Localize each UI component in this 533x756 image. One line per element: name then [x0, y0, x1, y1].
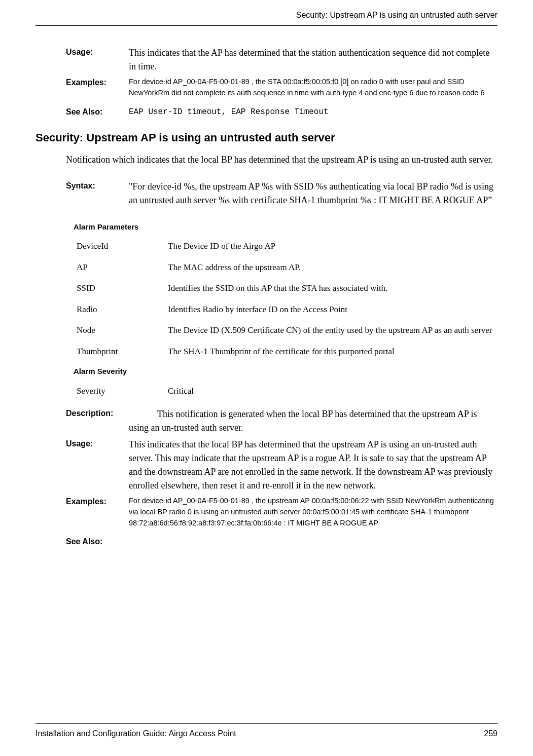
section-heading: Security: Upstream AP is using an untrus…: [35, 129, 498, 146]
param-name: AP: [77, 261, 168, 274]
syntax-block: Syntax: "For device-id %s, the upstream …: [66, 180, 498, 207]
description-label: Description:: [66, 407, 129, 435]
bottom-definition-block: Description: This notification is genera…: [66, 407, 498, 548]
alarm-severity-heading: Alarm Severity: [74, 366, 498, 377]
param-name: Node: [77, 324, 168, 337]
examples-label-top: Examples:: [66, 77, 129, 99]
param-name: SSID: [77, 282, 168, 295]
syntax-row: Syntax: "For device-id %s, the upstream …: [66, 180, 498, 207]
alarm-parameters-block: Alarm Parameters DeviceIdThe Device ID o…: [74, 221, 498, 398]
top-definition-block: Usage: This indicates that the AP has de…: [66, 46, 498, 118]
param-desc: Identifies the SSID on this AP that the …: [168, 282, 498, 295]
param-desc: The SHA-1 Thumbprint of the certificate …: [168, 345, 498, 358]
seealso-label-top: See Also:: [66, 106, 129, 118]
seealso-row-top: See Also: EAP User-ID timeout, EAP Respo…: [66, 106, 498, 118]
param-row: SSIDIdentifies the SSID on this AP that …: [77, 282, 498, 295]
param-desc: The Device ID (X.509 Certificate CN) of …: [168, 324, 498, 337]
severity-name: Severity: [77, 385, 168, 398]
severity-row: Severity Critical: [77, 385, 498, 398]
examples-text: For device-id AP_00-0A-F5-00-01-89 , the…: [129, 496, 498, 528]
usage-label-top: Usage:: [66, 46, 129, 73]
usage-text: This indicates that the local BP has det…: [129, 438, 498, 493]
page-header: Security: Upstream AP is using an untrus…: [35, 0, 498, 26]
examples-row-top: Examples: For device-id AP_00-0A-F5-00-0…: [66, 77, 498, 99]
usage-label: Usage:: [66, 438, 129, 493]
param-desc: The MAC address of the upstream AP.: [168, 261, 498, 274]
examples-label: Examples:: [66, 496, 129, 528]
seealso-text: [129, 536, 498, 548]
param-row: APThe MAC address of the upstream AP.: [77, 261, 498, 274]
page-content: Usage: This indicates that the AP has de…: [35, 26, 498, 548]
footer-page-number: 259: [484, 728, 498, 740]
param-desc: The Device ID of the Airgo AP: [168, 240, 498, 253]
examples-text-top: For device-id AP_00-0A-F5-00-01-89 , the…: [129, 77, 498, 99]
syntax-label: Syntax:: [66, 180, 129, 207]
param-desc: Identifies Radio by interface ID on the …: [168, 303, 498, 316]
seealso-text-top: EAP User-ID timeout, EAP Response Timeou…: [129, 106, 498, 118]
usage-row-top: Usage: This indicates that the AP has de…: [66, 46, 498, 73]
param-name: DeviceId: [77, 240, 168, 253]
param-row: NodeThe Device ID (X.509 Certificate CN)…: [77, 324, 498, 337]
usage-text-top: This indicates that the AP has determine…: [129, 46, 498, 73]
page-footer: Installation and Configuration Guide: Ai…: [35, 723, 498, 740]
seealso-row: See Also:: [66, 536, 498, 548]
param-row: ThumbprintThe SHA-1 Thumbprint of the ce…: [77, 345, 498, 358]
usage-row: Usage: This indicates that the local BP …: [66, 438, 498, 493]
examples-row: Examples: For device-id AP_00-0A-F5-00-0…: [66, 496, 498, 528]
description-text: This notification is generated when the …: [129, 407, 498, 435]
param-name: Thumbprint: [77, 345, 168, 358]
severity-desc: Critical: [168, 385, 498, 398]
seealso-label: See Also:: [66, 536, 129, 548]
header-title: Security: Upstream AP is using an untrus…: [296, 11, 498, 19]
syntax-text: "For device-id %s, the upstream AP %s wi…: [129, 180, 498, 207]
footer-left: Installation and Configuration Guide: Ai…: [35, 728, 236, 740]
param-row: RadioIdentifies Radio by interface ID on…: [77, 303, 498, 316]
alarm-parameters-heading: Alarm Parameters: [74, 221, 498, 233]
section-intro: Notification which indicates that the lo…: [66, 153, 498, 167]
param-name: Radio: [77, 303, 168, 316]
description-row: Description: This notification is genera…: [66, 407, 498, 435]
param-row: DeviceIdThe Device ID of the Airgo AP: [77, 240, 498, 253]
